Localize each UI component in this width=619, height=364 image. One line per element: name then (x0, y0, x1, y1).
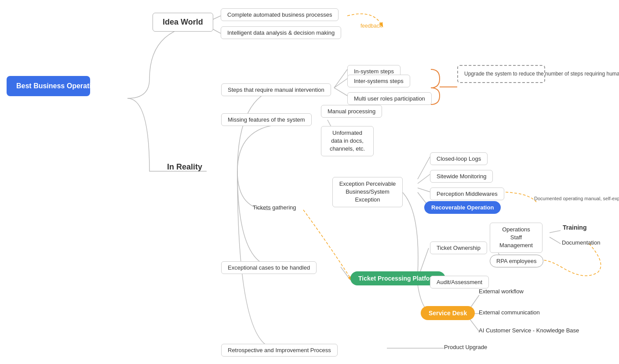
in-reality-node: In Reality (167, 162, 202, 172)
upgrade-system-node: Upgrade the system to reduce the number … (457, 65, 545, 83)
product-upgrade-node: Product Upgrade (444, 344, 487, 350)
idea-world-node: Idea World (153, 13, 213, 32)
mind-map-canvas: Best Business Operation Platform Idea Wo… (0, 0, 619, 364)
external-communication-node: External communication (479, 309, 540, 316)
recoverable-node: Recoverable Operation (424, 201, 501, 214)
missing-features-node: Missing features of the system (221, 113, 312, 126)
operations-staff-node: Operations Staff Management (490, 223, 543, 253)
feedback-node: feedback (360, 23, 382, 29)
multi-user-node: Multi user roles participation (347, 92, 432, 105)
tickets-gathering-node: Tickets gathering (253, 204, 296, 211)
service-desk-node: Service Desk (421, 306, 475, 320)
retrospective-node: Retrospective and Improvement Process (221, 344, 338, 357)
inter-systems-node: Inter-systems steps (347, 75, 410, 87)
sitewide-node: Sitewide Monitoring (430, 170, 493, 183)
ai-customer-node: AI Customer Service - Knowledge Base (479, 327, 579, 334)
documentation-node: Documentation (562, 239, 600, 246)
unformatted-data-node: Unformated data in docs, channels, etc. (321, 126, 374, 156)
documented-node: Documented operating manual, self-explan… (534, 195, 604, 202)
complete-automated-node: Complete automated business processes (221, 8, 339, 21)
external-workflow-node: External workflow (479, 288, 524, 295)
rpa-node: RPA employees (490, 255, 543, 267)
steps-manual-node: Steps that require manual intervention (221, 83, 331, 96)
exception-node: Exception Perceivable Business/System Ex… (332, 177, 403, 207)
audit-node: Audit/Assessment (430, 276, 489, 288)
intelligent-data-node: Intelligent data analysis & decision mak… (221, 26, 341, 39)
closed-loop-node: Closed-loop Logs (430, 152, 488, 165)
manual-processing-node: Manual processing (321, 105, 382, 118)
main-node: Best Business Operation Platform (7, 76, 90, 96)
ticket-ownership-node: Ticket Ownership (430, 241, 487, 254)
perception-node: Perception Middlewares (430, 187, 504, 200)
training-node: Training (563, 224, 586, 231)
exceptional-cases-node: Exceptional cases to be handled (221, 261, 317, 274)
